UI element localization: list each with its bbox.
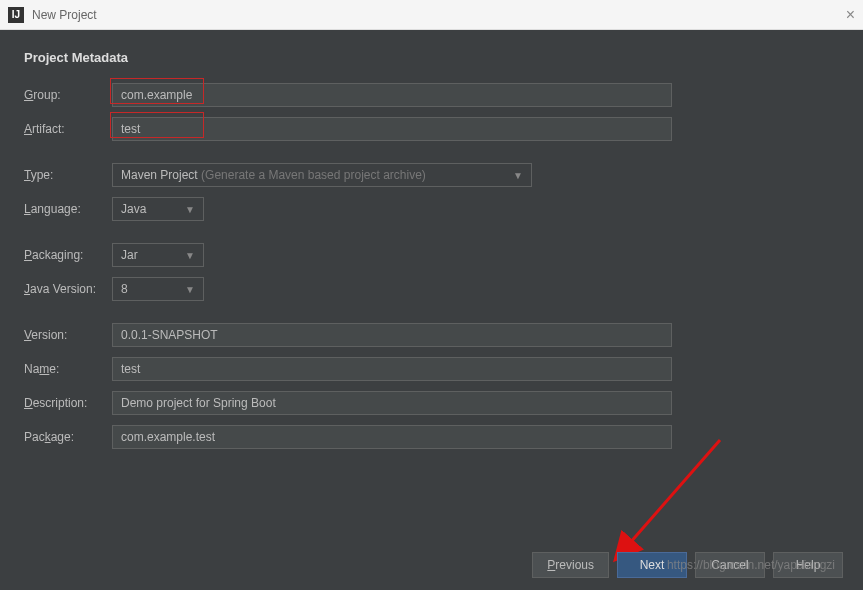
chevron-down-icon: ▼	[513, 170, 523, 181]
label-description: Description:	[24, 396, 112, 410]
label-version: Version:	[24, 328, 112, 342]
label-packaging: Packaging:	[24, 248, 112, 262]
chevron-down-icon: ▼	[185, 250, 195, 261]
titlebar: IJ New Project ×	[0, 0, 863, 30]
row-group: Group:	[24, 83, 839, 107]
row-version: Version:	[24, 323, 839, 347]
label-group: Group:	[24, 88, 112, 102]
dialog-content: Project Metadata Group: Artifact: Type: …	[0, 30, 863, 590]
page-title: Project Metadata	[24, 50, 839, 65]
artifact-input[interactable]	[112, 117, 672, 141]
group-input[interactable]	[112, 83, 672, 107]
svg-line-0	[615, 440, 720, 560]
close-icon[interactable]: ×	[846, 6, 855, 24]
language-select[interactable]: Java ▼	[112, 197, 204, 221]
previous-button[interactable]: Previous	[532, 552, 609, 578]
label-artifact: Artifact:	[24, 122, 112, 136]
label-type: Type:	[24, 168, 112, 182]
row-package: Package:	[24, 425, 839, 449]
description-input[interactable]	[112, 391, 672, 415]
row-artifact: Artifact:	[24, 117, 839, 141]
app-icon: IJ	[8, 7, 24, 23]
version-input[interactable]	[112, 323, 672, 347]
label-package: Package:	[24, 430, 112, 444]
help-button[interactable]: Help	[773, 552, 843, 578]
cancel-button[interactable]: Cancel	[695, 552, 765, 578]
type-select[interactable]: Maven Project (Generate a Maven based pr…	[112, 163, 532, 187]
chevron-down-icon: ▼	[185, 204, 195, 215]
dialog-footer: Previous Next Cancel Help	[532, 552, 843, 578]
packaging-select[interactable]: Jar ▼	[112, 243, 204, 267]
label-language: Language:	[24, 202, 112, 216]
label-java-version: Java Version:	[24, 282, 112, 296]
row-java-version: Java Version: 8 ▼	[24, 277, 839, 301]
row-type: Type: Maven Project (Generate a Maven ba…	[24, 163, 839, 187]
java-version-select[interactable]: 8 ▼	[112, 277, 204, 301]
row-language: Language: Java ▼	[24, 197, 839, 221]
row-description: Description:	[24, 391, 839, 415]
package-input[interactable]	[112, 425, 672, 449]
row-packaging: Packaging: Jar ▼	[24, 243, 839, 267]
chevron-down-icon: ▼	[185, 284, 195, 295]
next-button[interactable]: Next	[617, 552, 687, 578]
row-name: Name:	[24, 357, 839, 381]
name-input[interactable]	[112, 357, 672, 381]
window-title: New Project	[32, 8, 97, 22]
label-name: Name:	[24, 362, 112, 376]
